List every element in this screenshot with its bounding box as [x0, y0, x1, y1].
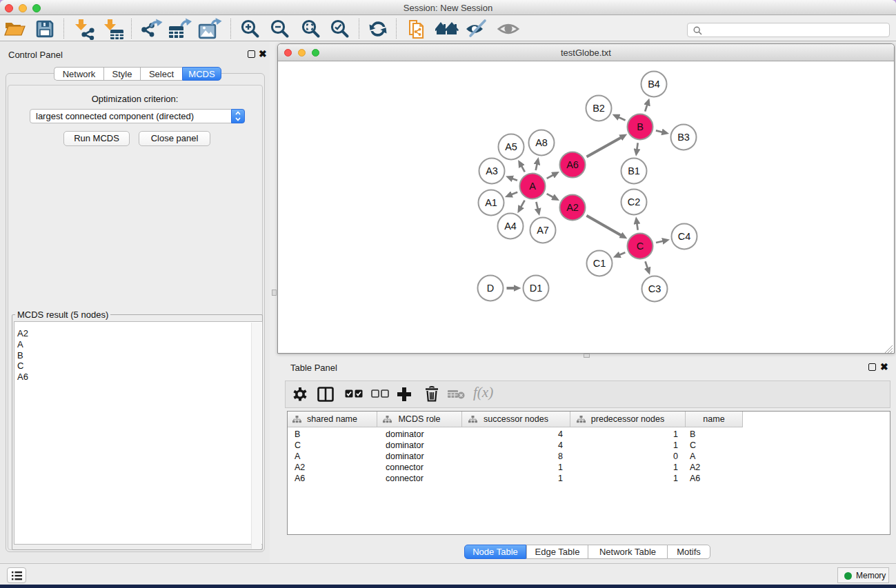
- svg-text:A1: A1: [485, 197, 497, 208]
- svg-text:A4: A4: [504, 221, 517, 232]
- svg-text:C4: C4: [678, 231, 691, 242]
- svg-text:C2: C2: [628, 196, 641, 207]
- svg-text:B1: B1: [628, 165, 640, 176]
- svg-text:C1: C1: [593, 258, 606, 269]
- svg-text:C3: C3: [648, 283, 661, 294]
- svg-text:A2: A2: [566, 202, 579, 213]
- svg-text:A7: A7: [537, 225, 549, 236]
- svg-text:D: D: [487, 283, 494, 294]
- svg-text:B3: B3: [677, 132, 690, 143]
- svg-text:B: B: [637, 121, 644, 132]
- svg-text:A5: A5: [505, 141, 517, 152]
- svg-text:A3: A3: [486, 165, 498, 176]
- svg-text:A6: A6: [566, 159, 579, 170]
- svg-text:D1: D1: [530, 283, 543, 294]
- svg-text:B4: B4: [648, 79, 660, 90]
- svg-text:A: A: [529, 181, 536, 192]
- svg-text:A8: A8: [535, 137, 548, 148]
- svg-text:C: C: [637, 241, 644, 252]
- svg-text:B2: B2: [593, 103, 605, 114]
